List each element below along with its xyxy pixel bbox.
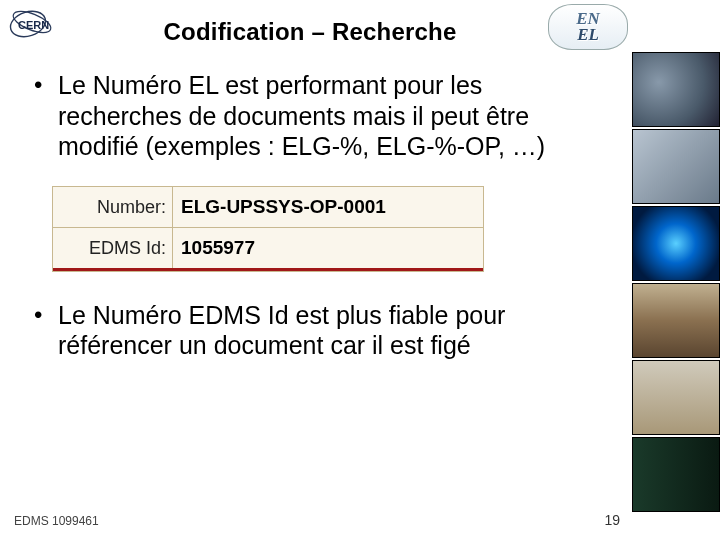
en-el-line2: EL [577,27,599,43]
image-strip [632,52,720,512]
table-row: Number: ELG-UPSSYS-OP-0001 [53,187,483,228]
en-el-logo: EN EL [548,4,628,50]
table-row: EDMS Id: 1055977 [53,228,483,271]
bullet-item: Le Numéro EL est performant pour les rec… [34,70,608,162]
thumb-image [632,52,720,127]
field-value-number: ELG-UPSSYS-OP-0001 [173,196,483,218]
thumb-image [632,129,720,204]
slide-content: Le Numéro EL est performant pour les rec… [0,70,620,385]
slide-title: Codification – Recherche [0,18,620,46]
footer-docref: EDMS 1099461 [14,514,99,528]
thumb-image [632,283,720,358]
page-number: 19 [604,512,620,528]
record-table: Number: ELG-UPSSYS-OP-0001 EDMS Id: 1055… [52,186,484,272]
bullet-item: Le Numéro EDMS Id est plus fiable pour r… [34,300,608,361]
thumb-image [632,206,720,281]
field-label-edmsid: EDMS Id: [53,228,173,268]
field-label-number: Number: [53,187,173,227]
thumb-image [632,437,720,512]
thumb-image [632,360,720,435]
field-value-edmsid: 1055977 [173,237,483,259]
